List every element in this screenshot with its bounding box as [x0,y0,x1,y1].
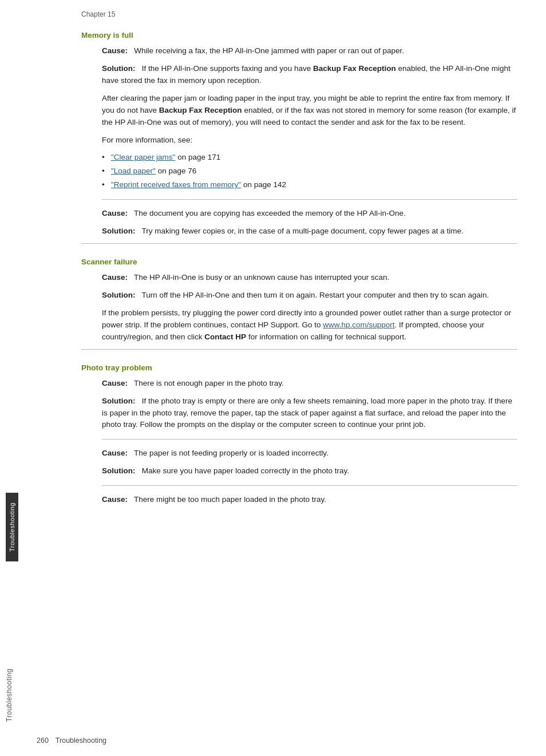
list-item-2: "Load paper" on page 76 [102,165,517,177]
cause-label-photo-3: Cause: [102,495,128,504]
cause-photo-3: Cause: There might be too much paper loa… [102,494,517,506]
divider-photo-2 [102,485,517,486]
cause-label-photo-2: Cause: [102,449,128,457]
cs-block-2: Cause: The document you are copying has … [102,208,517,238]
solution-label-2: Solution: [102,227,135,235]
footer-label: Troubleshooting [56,737,106,745]
section-memory-full: Memory is full Cause: While receiving a … [81,31,517,238]
cause-2: Cause: The document you are copying has … [102,208,517,220]
cs-block-photo-2: Cause: The paper is not feeding properly… [102,448,517,477]
cs-block-1: Cause: While receiving a fax, the HP All… [102,45,517,191]
solution-label-scanner: Solution: [102,291,135,299]
page-number: 260 [37,737,49,745]
list-item-3: "Reprint received faxes from memory" on … [102,179,517,191]
chapter-label: Chapter 15 [81,10,523,18]
solution-label-photo-2: Solution: [102,466,135,475]
section-heading-photo-tray: Photo tray problem [81,363,517,372]
cs-block-scanner-1: Cause: The HP All-in-One is busy or an u… [102,272,517,343]
cause-label-2: Cause: [102,209,128,217]
link-clear-paper[interactable]: "Clear paper jams" [111,153,175,161]
link-reprint-faxes[interactable]: "Reprint received faxes from memory" [111,180,241,189]
contact-hp-bold: Contact HP [204,333,246,341]
backup-fax-bold-1: Backup Fax Reception [313,64,396,73]
links-list: "Clear paper jams" on page 171 "Load pap… [102,152,517,191]
solution-photo-2: Solution: Make sure you have paper loade… [102,465,517,477]
sidebar-tab-label: Troubleshooting [9,502,15,552]
solution-scanner: Solution: Turn off the HP All-in-One and… [102,290,517,302]
cause-scanner: Cause: The HP All-in-One is busy or an u… [102,272,517,284]
main-content: Chapter 15 Memory is full Cause: While r… [18,0,546,756]
page-wrapper: Troubleshooting Troubleshooting Chapter … [0,0,546,756]
list-item-1: "Clear paper jams" on page 171 [102,152,517,164]
section-scanner-failure: Scanner failure Cause: The HP All-in-One… [81,258,517,343]
link-hp-support[interactable]: www.hp.com/support [323,320,394,329]
sidebar: Troubleshooting Troubleshooting [0,0,18,756]
section-body-scanner: Cause: The HP All-in-One is busy or an u… [102,272,517,343]
divider-1 [102,199,517,200]
cs-block-photo-1: Cause: There is not enough paper in the … [102,378,517,432]
cause-photo-1: Cause: There is not enough paper in the … [102,378,517,390]
cause-label: Cause: [102,46,128,55]
section-heading-scanner: Scanner failure [81,258,517,266]
extra-scanner: If the problem persists, try plugging th… [102,307,517,343]
divider-photo-1 [102,439,517,440]
extra-para-1: After clearing the paper jam or loading … [102,93,517,129]
sidebar-rotated-label: Troubleshooting [5,668,13,722]
for-more-info: For more information, see: [102,134,517,147]
sidebar-tab: Troubleshooting [6,493,18,561]
section-body-memory-full: Cause: While receiving a fax, the HP All… [102,45,517,238]
solution-2: Solution: Try making fewer copies or, in… [102,225,517,238]
solution-label: Solution: [102,64,135,73]
divider-section-2 [81,349,517,350]
cs-block-photo-3: Cause: There might be too much paper loa… [102,494,517,506]
solution-photo-1: Solution: If the photo tray is empty or … [102,395,517,432]
cause-label-scanner: Cause: [102,273,128,282]
section-body-photo-tray: Cause: There is not enough paper in the … [102,378,517,506]
backup-fax-bold-2: Backup Fax Reception [159,106,242,114]
solution-label-photo-1: Solution: [102,397,135,405]
section-photo-tray: Photo tray problem Cause: There is not e… [81,363,517,506]
cause-1: Cause: While receiving a fax, the HP All… [102,45,517,57]
cause-label-photo-1: Cause: [102,379,128,387]
divider-section-1 [81,243,517,244]
solution-1: Solution: If the HP All-in-One supports … [102,63,517,87]
section-heading-memory-full: Memory is full [81,31,517,39]
cause-photo-2: Cause: The paper is not feeding properly… [102,448,517,460]
page-footer: 260 Troubleshooting [37,737,106,745]
link-load-paper[interactable]: "Load paper" [111,167,156,175]
